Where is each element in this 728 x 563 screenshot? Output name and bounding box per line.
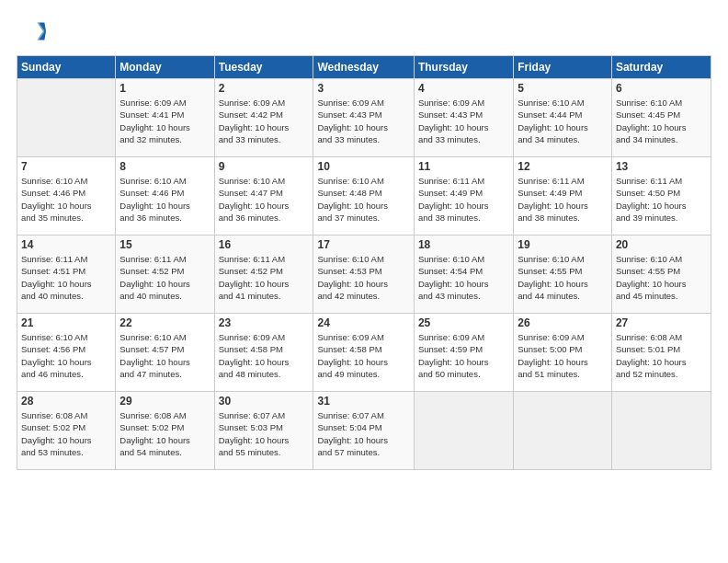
col-header-monday: Monday	[116, 56, 214, 79]
day-number: 24	[317, 316, 409, 329]
calendar-cell: 9Sunrise: 6:10 AM Sunset: 4:47 PM Daylig…	[214, 157, 313, 236]
calendar-cell	[514, 392, 612, 470]
day-number: 29	[119, 395, 210, 408]
calendar-cell: 20Sunrise: 6:10 AM Sunset: 4:55 PM Dayli…	[611, 236, 711, 314]
day-number: 21	[21, 316, 111, 329]
day-number: 5	[518, 82, 608, 95]
calendar-cell: 31Sunrise: 6:07 AM Sunset: 5:04 PM Dayli…	[313, 392, 414, 470]
day-number: 6	[616, 82, 707, 95]
day-info: Sunrise: 6:09 AM Sunset: 4:43 PM Dayligh…	[418, 97, 509, 145]
day-number: 3	[317, 82, 409, 95]
day-number: 28	[21, 395, 111, 408]
day-info: Sunrise: 6:10 AM Sunset: 4:53 PM Dayligh…	[317, 253, 409, 302]
day-info: Sunrise: 6:10 AM Sunset: 4:46 PM Dayligh…	[21, 175, 111, 224]
day-info: Sunrise: 6:10 AM Sunset: 4:55 PM Dayligh…	[616, 253, 707, 302]
calendar-cell: 19Sunrise: 6:10 AM Sunset: 4:55 PM Dayli…	[514, 236, 612, 314]
day-number: 20	[616, 238, 707, 251]
calendar-cell: 17Sunrise: 6:10 AM Sunset: 4:53 PM Dayli…	[313, 236, 414, 314]
day-info: Sunrise: 6:10 AM Sunset: 4:55 PM Dayligh…	[518, 253, 608, 302]
day-info: Sunrise: 6:10 AM Sunset: 4:47 PM Dayligh…	[219, 175, 310, 224]
col-header-sunday: Sunday	[17, 56, 116, 79]
day-info: Sunrise: 6:07 AM Sunset: 5:04 PM Dayligh…	[317, 409, 409, 458]
day-number: 22	[119, 316, 210, 329]
calendar-cell: 6Sunrise: 6:10 AM Sunset: 4:45 PM Daylig…	[611, 79, 711, 157]
col-header-friday: Friday	[514, 56, 612, 79]
day-info: Sunrise: 6:10 AM Sunset: 4:48 PM Dayligh…	[317, 175, 409, 224]
logo-icon	[17, 17, 46, 46]
calendar-cell: 21Sunrise: 6:10 AM Sunset: 4:56 PM Dayli…	[17, 314, 116, 392]
page: SundayMondayTuesdayWednesdayThursdayFrid…	[0, 0, 728, 563]
week-row-3: 14Sunrise: 6:11 AM Sunset: 4:51 PM Dayli…	[17, 236, 711, 314]
day-info: Sunrise: 6:09 AM Sunset: 5:00 PM Dayligh…	[518, 331, 608, 380]
day-number: 25	[418, 316, 509, 329]
calendar-cell: 30Sunrise: 6:07 AM Sunset: 5:03 PM Dayli…	[214, 392, 313, 470]
calendar-cell: 1Sunrise: 6:09 AM Sunset: 4:41 PM Daylig…	[116, 79, 214, 157]
calendar-cell: 8Sunrise: 6:10 AM Sunset: 4:46 PM Daylig…	[116, 157, 214, 236]
day-info: Sunrise: 6:09 AM Sunset: 4:43 PM Dayligh…	[317, 97, 409, 145]
day-info: Sunrise: 6:09 AM Sunset: 4:58 PM Dayligh…	[317, 331, 409, 380]
header-row: SundayMondayTuesdayWednesdayThursdayFrid…	[17, 56, 711, 79]
calendar-cell: 16Sunrise: 6:11 AM Sunset: 4:52 PM Dayli…	[214, 236, 313, 314]
day-info: Sunrise: 6:10 AM Sunset: 4:56 PM Dayligh…	[21, 331, 111, 380]
day-number: 15	[119, 238, 210, 251]
day-info: Sunrise: 6:07 AM Sunset: 5:03 PM Dayligh…	[219, 409, 310, 458]
day-info: Sunrise: 6:10 AM Sunset: 4:57 PM Dayligh…	[119, 331, 210, 380]
day-info: Sunrise: 6:08 AM Sunset: 5:02 PM Dayligh…	[21, 409, 111, 458]
day-number: 30	[219, 395, 310, 408]
col-header-wednesday: Wednesday	[313, 56, 414, 79]
calendar-cell: 4Sunrise: 6:09 AM Sunset: 4:43 PM Daylig…	[414, 79, 513, 157]
day-number: 9	[219, 160, 310, 173]
day-info: Sunrise: 6:11 AM Sunset: 4:50 PM Dayligh…	[616, 175, 707, 224]
calendar-cell: 24Sunrise: 6:09 AM Sunset: 4:58 PM Dayli…	[313, 314, 414, 392]
day-info: Sunrise: 6:09 AM Sunset: 4:59 PM Dayligh…	[418, 331, 509, 380]
calendar-cell: 25Sunrise: 6:09 AM Sunset: 4:59 PM Dayli…	[414, 314, 513, 392]
calendar-cell	[17, 79, 116, 157]
col-header-saturday: Saturday	[611, 56, 711, 79]
week-row-5: 28Sunrise: 6:08 AM Sunset: 5:02 PM Dayli…	[17, 392, 711, 470]
day-number: 14	[21, 238, 111, 251]
day-info: Sunrise: 6:11 AM Sunset: 4:52 PM Dayligh…	[219, 253, 310, 302]
header	[17, 17, 711, 46]
calendar-cell	[414, 392, 513, 470]
day-info: Sunrise: 6:08 AM Sunset: 5:01 PM Dayligh…	[616, 331, 707, 380]
calendar-cell: 18Sunrise: 6:10 AM Sunset: 4:54 PM Dayli…	[414, 236, 513, 314]
calendar-cell: 29Sunrise: 6:08 AM Sunset: 5:02 PM Dayli…	[116, 392, 214, 470]
calendar-table: SundayMondayTuesdayWednesdayThursdayFrid…	[17, 55, 711, 470]
day-info: Sunrise: 6:11 AM Sunset: 4:49 PM Dayligh…	[518, 175, 608, 224]
day-info: Sunrise: 6:08 AM Sunset: 5:02 PM Dayligh…	[119, 409, 210, 458]
day-info: Sunrise: 6:10 AM Sunset: 4:45 PM Dayligh…	[616, 97, 707, 145]
day-number: 17	[317, 238, 409, 251]
day-info: Sunrise: 6:09 AM Sunset: 4:42 PM Dayligh…	[219, 97, 310, 145]
calendar-cell: 12Sunrise: 6:11 AM Sunset: 4:49 PM Dayli…	[514, 157, 612, 236]
day-number: 10	[317, 160, 409, 173]
day-number: 7	[21, 160, 111, 173]
day-info: Sunrise: 6:09 AM Sunset: 4:41 PM Dayligh…	[119, 97, 210, 145]
day-number: 23	[219, 316, 310, 329]
day-number: 8	[119, 160, 210, 173]
calendar-cell: 22Sunrise: 6:10 AM Sunset: 4:57 PM Dayli…	[116, 314, 214, 392]
week-row-4: 21Sunrise: 6:10 AM Sunset: 4:56 PM Dayli…	[17, 314, 711, 392]
col-header-tuesday: Tuesday	[214, 56, 313, 79]
calendar-cell: 5Sunrise: 6:10 AM Sunset: 4:44 PM Daylig…	[514, 79, 612, 157]
calendar-cell: 26Sunrise: 6:09 AM Sunset: 5:00 PM Dayli…	[514, 314, 612, 392]
calendar-cell: 3Sunrise: 6:09 AM Sunset: 4:43 PM Daylig…	[313, 79, 414, 157]
day-info: Sunrise: 6:11 AM Sunset: 4:51 PM Dayligh…	[21, 253, 111, 302]
day-info: Sunrise: 6:11 AM Sunset: 4:52 PM Dayligh…	[119, 253, 210, 302]
calendar-cell	[611, 392, 711, 470]
calendar-cell: 28Sunrise: 6:08 AM Sunset: 5:02 PM Dayli…	[17, 392, 116, 470]
day-info: Sunrise: 6:09 AM Sunset: 4:58 PM Dayligh…	[219, 331, 310, 380]
day-number: 19	[518, 238, 608, 251]
day-info: Sunrise: 6:10 AM Sunset: 4:44 PM Dayligh…	[518, 97, 608, 145]
day-number: 4	[418, 82, 509, 95]
day-info: Sunrise: 6:10 AM Sunset: 4:54 PM Dayligh…	[418, 253, 509, 302]
calendar-cell: 23Sunrise: 6:09 AM Sunset: 4:58 PM Dayli…	[214, 314, 313, 392]
day-number: 16	[219, 238, 310, 251]
calendar-cell: 10Sunrise: 6:10 AM Sunset: 4:48 PM Dayli…	[313, 157, 414, 236]
day-number: 11	[418, 160, 509, 173]
logo	[17, 17, 50, 46]
day-number: 31	[317, 395, 409, 408]
calendar-cell: 27Sunrise: 6:08 AM Sunset: 5:01 PM Dayli…	[611, 314, 711, 392]
col-header-thursday: Thursday	[414, 56, 513, 79]
calendar-cell: 7Sunrise: 6:10 AM Sunset: 4:46 PM Daylig…	[17, 157, 116, 236]
calendar-cell: 2Sunrise: 6:09 AM Sunset: 4:42 PM Daylig…	[214, 79, 313, 157]
